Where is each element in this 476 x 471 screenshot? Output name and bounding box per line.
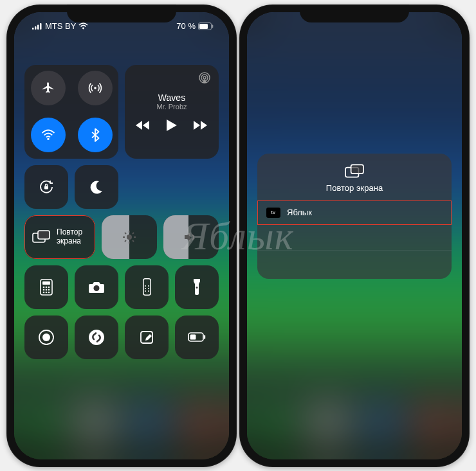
low-power-mode-button[interactable] bbox=[175, 315, 219, 359]
svg-line-21 bbox=[125, 233, 126, 234]
notch bbox=[300, 4, 409, 22]
apple-tv-icon: tv bbox=[266, 208, 280, 218]
calculator-button[interactable] bbox=[24, 265, 68, 309]
svg-rect-37 bbox=[143, 279, 150, 295]
svg-point-4 bbox=[83, 28, 85, 30]
svg-rect-13 bbox=[44, 186, 48, 189]
wifi-icon bbox=[78, 22, 88, 30]
notes-button[interactable] bbox=[125, 315, 169, 359]
svg-point-33 bbox=[43, 291, 45, 293]
brightness-icon bbox=[102, 215, 157, 259]
svg-point-12 bbox=[203, 76, 206, 79]
svg-rect-6 bbox=[199, 24, 208, 29]
svg-point-42 bbox=[145, 290, 146, 292]
screen-left: MTS BY 70 % bbox=[14, 12, 229, 459]
orientation-lock-button[interactable] bbox=[24, 165, 68, 209]
svg-rect-3 bbox=[40, 23, 42, 30]
svg-point-38 bbox=[145, 285, 146, 287]
svg-rect-15 bbox=[38, 231, 50, 239]
prev-track-button[interactable] bbox=[136, 121, 150, 130]
control-center: Waves Mr. Probz bbox=[14, 12, 229, 459]
svg-point-34 bbox=[46, 291, 48, 293]
svg-point-32 bbox=[48, 289, 50, 290]
svg-rect-0 bbox=[32, 28, 34, 30]
svg-rect-2 bbox=[37, 25, 39, 30]
airplay-audio-icon[interactable] bbox=[198, 71, 211, 84]
svg-rect-53 bbox=[351, 164, 363, 173]
svg-line-24 bbox=[125, 240, 126, 242]
screen-mirroring-label: Повтор экрана bbox=[57, 228, 82, 246]
svg-line-22 bbox=[133, 240, 134, 242]
volume-icon bbox=[163, 215, 219, 259]
track-artist: Mr. Probz bbox=[156, 103, 187, 111]
svg-rect-26 bbox=[42, 281, 50, 285]
svg-rect-44 bbox=[196, 287, 198, 289]
svg-point-29 bbox=[48, 286, 50, 288]
carrier-label: MTS BY bbox=[45, 21, 76, 31]
svg-point-31 bbox=[46, 289, 48, 290]
screen-mirroring-icon bbox=[32, 230, 50, 244]
phone-right: Повтор экрана tv Яблык bbox=[239, 4, 470, 467]
svg-point-30 bbox=[43, 289, 45, 290]
svg-point-36 bbox=[94, 285, 100, 291]
screen-record-button[interactable] bbox=[24, 315, 68, 359]
apple-tv-remote-button[interactable] bbox=[125, 265, 169, 309]
svg-rect-7 bbox=[212, 24, 214, 28]
screen-right: Повтор экрана tv Яблык bbox=[247, 12, 462, 459]
svg-rect-51 bbox=[204, 335, 205, 339]
cellular-data-button[interactable] bbox=[78, 71, 113, 105]
svg-line-23 bbox=[133, 233, 134, 234]
connectivity-cluster[interactable] bbox=[24, 65, 118, 159]
svg-rect-1 bbox=[35, 26, 37, 30]
screen-mirroring-panel: Повтор экрана tv Яблык bbox=[257, 154, 452, 279]
svg-point-46 bbox=[42, 333, 50, 341]
flashlight-button[interactable] bbox=[175, 265, 219, 309]
screen-mirroring-title: Повтор экрана bbox=[326, 183, 383, 193]
svg-point-43 bbox=[148, 290, 149, 292]
bluetooth-button[interactable] bbox=[78, 118, 113, 152]
brightness-slider[interactable] bbox=[102, 215, 157, 259]
svg-point-40 bbox=[145, 288, 146, 289]
svg-point-47 bbox=[89, 330, 104, 345]
now-playing-module[interactable]: Waves Mr. Probz bbox=[125, 65, 219, 159]
empty-row bbox=[257, 251, 452, 276]
mirror-device-item[interactable]: tv Яблык bbox=[257, 200, 452, 225]
battery-percent: 70 % bbox=[176, 21, 196, 31]
battery-icon bbox=[198, 22, 214, 30]
shazam-button[interactable] bbox=[75, 315, 118, 359]
screen-mirroring-button[interactable]: Повтор экрана bbox=[24, 215, 95, 259]
mirror-device-name: Яблык bbox=[287, 208, 312, 217]
svg-point-16 bbox=[127, 235, 132, 240]
notch bbox=[67, 4, 176, 22]
svg-point-8 bbox=[94, 87, 96, 89]
track-title: Waves bbox=[158, 93, 185, 103]
svg-point-28 bbox=[46, 286, 48, 288]
do-not-disturb-button[interactable] bbox=[75, 165, 118, 209]
volume-slider[interactable] bbox=[163, 215, 219, 259]
svg-point-41 bbox=[148, 288, 149, 289]
empty-row bbox=[257, 225, 452, 251]
wifi-button[interactable] bbox=[31, 118, 66, 152]
svg-point-39 bbox=[148, 285, 149, 287]
airplane-mode-button[interactable] bbox=[31, 71, 66, 105]
play-button[interactable] bbox=[167, 120, 177, 131]
signal-bars-icon bbox=[32, 22, 42, 30]
camera-button[interactable] bbox=[75, 265, 118, 309]
next-track-button[interactable] bbox=[194, 121, 208, 130]
screen-mirroring-icon bbox=[345, 164, 364, 179]
svg-rect-50 bbox=[190, 335, 196, 340]
svg-point-9 bbox=[47, 138, 49, 140]
svg-point-27 bbox=[43, 286, 45, 288]
phone-left: MTS BY 70 % bbox=[6, 4, 237, 467]
svg-point-35 bbox=[48, 291, 50, 293]
